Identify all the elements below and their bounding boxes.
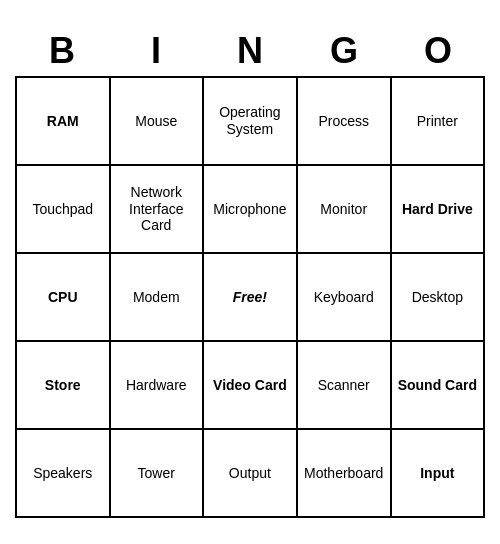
bingo-cell-2-1: Modem xyxy=(110,253,204,341)
bingo-cell-0-4: Printer xyxy=(391,77,484,165)
bingo-cell-1-3: Monitor xyxy=(297,165,391,253)
bingo-cell-1-4: Hard Drive xyxy=(391,165,484,253)
bingo-cell-0-0: RAM xyxy=(16,77,110,165)
bingo-cell-4-2: Output xyxy=(203,429,297,517)
bingo-cell-0-3: Process xyxy=(297,77,391,165)
bingo-cell-2-2: Free! xyxy=(203,253,297,341)
header-letter-b: B xyxy=(15,26,109,76)
bingo-row-4: SpeakersTowerOutputMotherboardInput xyxy=(16,429,484,517)
header-letter-g: G xyxy=(297,26,391,76)
bingo-cell-3-4: Sound Card xyxy=(391,341,484,429)
bingo-row-3: StoreHardwareVideo CardScannerSound Card xyxy=(16,341,484,429)
bingo-cell-1-2: Microphone xyxy=(203,165,297,253)
bingo-cell-0-1: Mouse xyxy=(110,77,204,165)
bingo-cell-3-2: Video Card xyxy=(203,341,297,429)
bingo-cell-3-1: Hardware xyxy=(110,341,204,429)
bingo-cell-4-4: Input xyxy=(391,429,484,517)
bingo-cell-4-0: Speakers xyxy=(16,429,110,517)
bingo-cell-1-1: Network Interface Card xyxy=(110,165,204,253)
bingo-row-1: TouchpadNetwork Interface CardMicrophone… xyxy=(16,165,484,253)
bingo-cell-3-0: Store xyxy=(16,341,110,429)
bingo-cell-2-3: Keyboard xyxy=(297,253,391,341)
header-letter-n: N xyxy=(203,26,297,76)
bingo-row-0: RAMMouseOperating SystemProcessPrinter xyxy=(16,77,484,165)
bingo-cell-2-0: CPU xyxy=(16,253,110,341)
bingo-cell-4-3: Motherboard xyxy=(297,429,391,517)
bingo-cell-1-0: Touchpad xyxy=(16,165,110,253)
bingo-header: BINGO xyxy=(15,26,485,76)
header-letter-o: O xyxy=(391,26,485,76)
bingo-cell-0-2: Operating System xyxy=(203,77,297,165)
bingo-grid: RAMMouseOperating SystemProcessPrinterTo… xyxy=(15,76,485,518)
bingo-cell-4-1: Tower xyxy=(110,429,204,517)
header-letter-i: I xyxy=(109,26,203,76)
bingo-row-2: CPUModemFree!KeyboardDesktop xyxy=(16,253,484,341)
bingo-cell-2-4: Desktop xyxy=(391,253,484,341)
bingo-cell-3-3: Scanner xyxy=(297,341,391,429)
